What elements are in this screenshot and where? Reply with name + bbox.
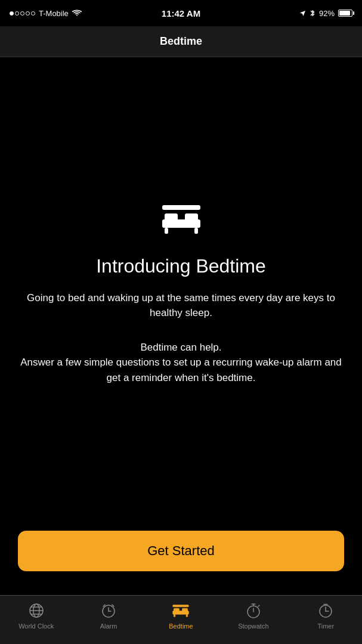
globe-icon — [28, 602, 45, 619]
svg-rect-1 — [162, 219, 200, 228]
signal-dot-2 — [15, 11, 19, 16]
svg-rect-3 — [185, 213, 198, 221]
stopwatch-label: Stopwatch — [238, 623, 268, 630]
tab-bar: World Clock Alarm Bedtime — [0, 595, 362, 644]
tab-world-clock[interactable]: World Clock — [16, 602, 57, 630]
svg-rect-5 — [194, 228, 198, 234]
nav-title: Bedtime — [160, 35, 202, 48]
timer-icon — [317, 602, 335, 620]
svg-rect-19 — [182, 608, 188, 611]
signal-dot-5 — [31, 11, 35, 16]
signal-dot-3 — [20, 11, 24, 16]
get-started-button[interactable]: Get Started — [18, 531, 344, 571]
world-clock-label: World Clock — [18, 623, 54, 630]
svg-rect-0 — [162, 205, 200, 210]
tab-alarm[interactable]: Alarm — [88, 602, 129, 630]
svg-rect-20 — [174, 614, 176, 617]
bed-icon-container — [160, 203, 203, 237]
alarm-icon — [100, 602, 117, 620]
bed-icon — [160, 203, 203, 237]
battery-body — [338, 10, 352, 17]
tab-stopwatch[interactable]: Stopwatch — [233, 602, 274, 630]
bluetooth-icon — [310, 9, 315, 17]
battery-percentage: 92% — [319, 9, 335, 18]
svg-rect-18 — [174, 608, 180, 611]
signal-dot-4 — [26, 11, 30, 16]
main-content: Introducing Bedtime Going to bed and wak… — [0, 57, 362, 531]
svg-rect-21 — [187, 614, 188, 617]
status-left: T-Mobile — [10, 9, 82, 18]
stopwatch-svg — [245, 602, 262, 619]
world-clock-icon — [27, 602, 45, 620]
battery-indicator — [338, 10, 352, 17]
tab-bedtime[interactable]: Bedtime — [160, 602, 202, 630]
intro-description: Going to bed and waking up at the same t… — [18, 290, 344, 321]
battery-fill — [339, 11, 350, 16]
button-area: Get Started — [0, 531, 362, 595]
carrier-label: T-Mobile — [39, 9, 69, 18]
status-right: 92% — [299, 9, 352, 18]
alarm-label: Alarm — [100, 623, 117, 630]
timer-label: Timer — [317, 623, 334, 630]
intro-title: Introducing Bedtime — [96, 255, 266, 277]
status-time: 11:42 AM — [162, 8, 200, 18]
tab-timer[interactable]: Timer — [305, 602, 346, 630]
intro-help: Bedtime can help.Answer a few simple que… — [18, 340, 344, 386]
bedtime-label: Bedtime — [169, 623, 193, 630]
svg-rect-16 — [173, 605, 189, 606]
wifi-icon — [72, 10, 82, 17]
status-bar: T-Mobile 11:42 AM 92% — [0, 0, 362, 26]
svg-rect-4 — [165, 228, 168, 234]
bedtime-icon — [172, 602, 190, 620]
svg-line-26 — [258, 605, 259, 606]
timer-svg — [317, 602, 334, 619]
stopwatch-icon — [245, 602, 262, 620]
svg-rect-2 — [165, 213, 178, 221]
alarm-clock-icon — [100, 602, 117, 619]
signal-indicator — [10, 11, 35, 16]
navigation-bar: Bedtime — [0, 26, 362, 57]
signal-dot-1 — [10, 11, 14, 16]
location-icon — [299, 10, 306, 17]
